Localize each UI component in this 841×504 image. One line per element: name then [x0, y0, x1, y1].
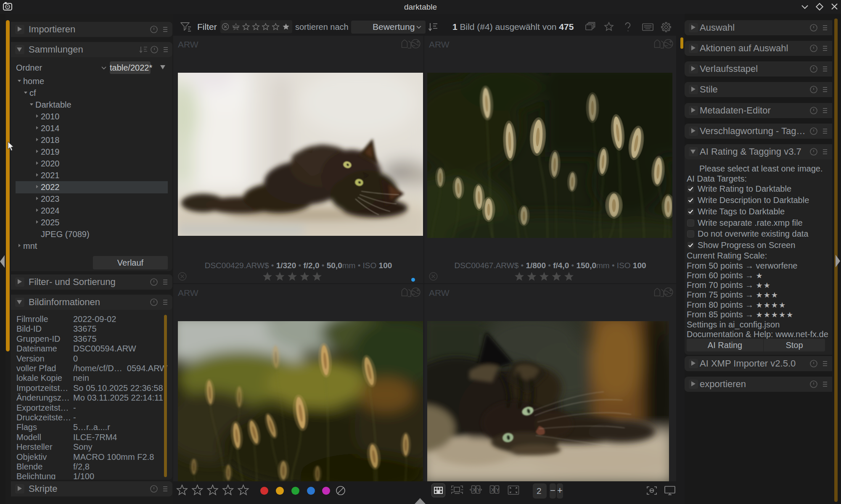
- svg-text:X: X: [472, 487, 476, 493]
- svg-text:Y: Y: [496, 487, 500, 493]
- svg-text:Y: Y: [477, 487, 481, 493]
- svg-text:X: X: [491, 487, 495, 493]
